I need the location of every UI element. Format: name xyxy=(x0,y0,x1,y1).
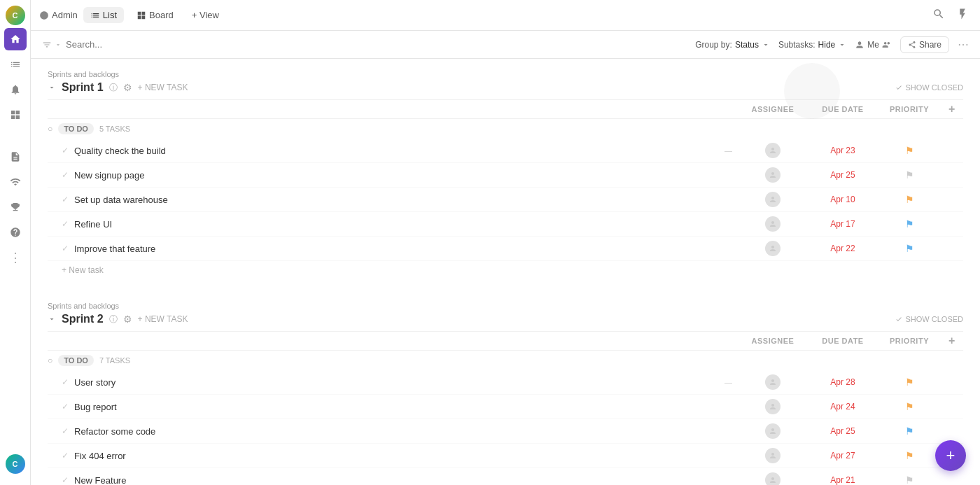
task-check-icon[interactable]: ✓ xyxy=(62,146,69,155)
task-check-icon[interactable]: ✓ xyxy=(62,219,69,229)
sidebar-icon-more[interactable]: ⋮ xyxy=(4,246,27,269)
task-row[interactable]: ✓ Bug report Apr 24 ⚑ xyxy=(48,395,963,419)
task-row[interactable]: ✓ Set up data warehouse Apr 10 ⚑ xyxy=(48,188,963,212)
workspace-avatar[interactable]: C xyxy=(6,6,25,25)
task-check-icon[interactable]: ✓ xyxy=(62,402,69,412)
task-row[interactable]: ✓ Quality check the build — Apr 23 ⚑ xyxy=(48,139,963,163)
group-collapse-icon[interactable]: ○ xyxy=(48,124,52,134)
toolbar-right: Group by: Status Subtasks: Hide Me Share… xyxy=(695,36,969,53)
breadcrumb-admin[interactable]: Admin xyxy=(39,10,78,20)
section-divider xyxy=(48,279,963,290)
task-check-icon[interactable]: ✓ xyxy=(62,475,69,485)
sprint-2-info-icon[interactable]: ⓘ xyxy=(109,314,118,325)
subtasks-control[interactable]: Subtasks: Hide xyxy=(778,40,846,50)
priority-flag-icon: ⚑ xyxy=(905,450,914,461)
add-view-button[interactable]: + View xyxy=(186,7,225,23)
task-priority[interactable]: ⚑ xyxy=(878,377,941,388)
task-row[interactable]: ✓ Fix 404 error Apr 27 ⚑ xyxy=(48,444,963,468)
sprint-1-settings-icon[interactable]: ⚙ xyxy=(123,82,132,93)
task-name: Refine UI xyxy=(74,219,738,230)
sidebar-icon-bell[interactable] xyxy=(4,78,27,101)
task-assignee[interactable] xyxy=(738,448,808,463)
fab-button[interactable]: + xyxy=(935,440,966,471)
more-options[interactable]: ⋯ xyxy=(958,38,969,51)
sidebar-icon-doc[interactable] xyxy=(4,146,27,168)
group-by-label: Group by: xyxy=(695,40,732,50)
sprint-2-chevron[interactable] xyxy=(48,315,56,323)
sprint-2-show-closed[interactable]: SHOW CLOSED xyxy=(895,315,963,323)
add-column-icon[interactable]: + xyxy=(948,103,955,115)
sprint-2-group-collapse-icon[interactable]: ○ xyxy=(48,356,52,365)
task-priority[interactable]: ⚑ xyxy=(878,450,941,461)
sidebar-icon-signal[interactable] xyxy=(4,171,27,193)
col-header-add[interactable]: + xyxy=(941,103,963,115)
col2-header-add[interactable]: + xyxy=(941,335,963,347)
sprint-2-status-badge[interactable]: TO DO xyxy=(58,355,94,366)
me-filter[interactable]: Me xyxy=(855,40,892,50)
task-check-icon[interactable]: ✓ xyxy=(62,244,69,253)
col-header-priority: PRIORITY xyxy=(878,105,941,113)
sprint-1-new-task[interactable]: + NEW TASK xyxy=(138,83,188,92)
subtasks-label: Subtasks: xyxy=(778,40,816,50)
task-priority[interactable]: ⚑ xyxy=(878,194,941,205)
sidebar-icon-list[interactable] xyxy=(4,53,27,76)
group-by-control[interactable]: Group by: Status xyxy=(695,40,770,50)
task-assignee[interactable] xyxy=(738,472,808,485)
tab-board[interactable]: Board xyxy=(130,7,181,23)
lightning-icon[interactable] xyxy=(953,5,972,26)
task-row[interactable]: ✓ New Feature Apr 21 ⚑ xyxy=(48,468,963,485)
sidebar: C ⋮ C xyxy=(0,0,31,485)
sprint-1-chevron[interactable] xyxy=(48,83,56,92)
task-priority[interactable]: ⚑ xyxy=(878,145,941,156)
add-view-label: + View xyxy=(192,10,219,20)
task-row[interactable]: ✓ Refine UI Apr 17 ⚑ xyxy=(48,212,963,237)
sprint-1-status-badge[interactable]: TO DO xyxy=(58,123,94,134)
task-check-icon[interactable]: ✓ xyxy=(62,451,69,461)
sprint-1-show-closed[interactable]: SHOW CLOSED xyxy=(895,83,963,92)
priority-flag-icon: ⚑ xyxy=(905,426,914,437)
task-row[interactable]: ✓ User story — Apr 28 ⚑ xyxy=(48,370,963,395)
task-assignee[interactable] xyxy=(738,216,808,232)
sprint-2-new-task[interactable]: + NEW TASK xyxy=(138,314,188,324)
task-check-icon[interactable]: ✓ xyxy=(62,170,69,180)
search-icon[interactable] xyxy=(930,5,948,26)
tab-list[interactable]: List xyxy=(83,7,124,23)
task-assignee[interactable] xyxy=(738,143,808,158)
task-priority[interactable]: ⚑ xyxy=(878,475,941,485)
sprint-1-info-icon[interactable]: ⓘ xyxy=(109,82,118,94)
sidebar-icon-home[interactable] xyxy=(4,28,27,50)
task-row[interactable]: ✓ New signup page Apr 25 ⚑ xyxy=(48,163,963,188)
task-assignee[interactable] xyxy=(738,167,808,183)
sprint-1-add-task-row[interactable]: + New task xyxy=(48,261,963,279)
sprint-2-settings-icon[interactable]: ⚙ xyxy=(123,314,132,325)
search-input[interactable] xyxy=(66,39,150,50)
sprint-2-title: Sprint 2 xyxy=(62,313,104,325)
task-assignee[interactable] xyxy=(738,241,808,256)
sprint-1-section: Sprints and backlogs Sprint 1 ⓘ ⚙ + NEW … xyxy=(48,70,963,279)
task-assignee[interactable] xyxy=(738,423,808,439)
task-priority[interactable]: ⚑ xyxy=(878,169,941,181)
task-assignee[interactable] xyxy=(738,374,808,390)
sidebar-icon-help[interactable] xyxy=(4,221,27,244)
sprint-2-new-task-label: + NEW TASK xyxy=(138,314,188,324)
add-column-2-icon[interactable]: + xyxy=(948,335,955,346)
task-check-icon[interactable]: ✓ xyxy=(62,195,69,204)
task-priority[interactable]: ⚑ xyxy=(878,243,941,254)
task-priority[interactable]: ⚑ xyxy=(878,218,941,230)
task-name: Set up data warehouse xyxy=(74,195,738,205)
task-priority[interactable]: ⚑ xyxy=(878,426,941,437)
user-avatar[interactable]: C xyxy=(6,454,25,474)
task-priority[interactable]: ⚑ xyxy=(878,401,941,412)
share-button[interactable]: Share xyxy=(900,36,949,53)
task-row[interactable]: ✓ Improve that feature Apr 22 ⚑ xyxy=(48,237,963,261)
task-assignee[interactable] xyxy=(738,399,808,414)
task-assignee[interactable] xyxy=(738,192,808,207)
filter-button[interactable] xyxy=(42,40,62,50)
task-row[interactable]: ✓ Refactor some code Apr 25 ⚑ xyxy=(48,419,963,444)
sidebar-icon-trophy[interactable] xyxy=(4,196,27,218)
sidebar-icon-grid[interactable] xyxy=(4,104,27,126)
task-check-icon[interactable]: ✓ xyxy=(62,426,69,436)
task-check-icon[interactable]: ✓ xyxy=(62,377,69,387)
priority-flag-icon: ⚑ xyxy=(905,169,914,181)
assignee-avatar xyxy=(765,216,780,232)
